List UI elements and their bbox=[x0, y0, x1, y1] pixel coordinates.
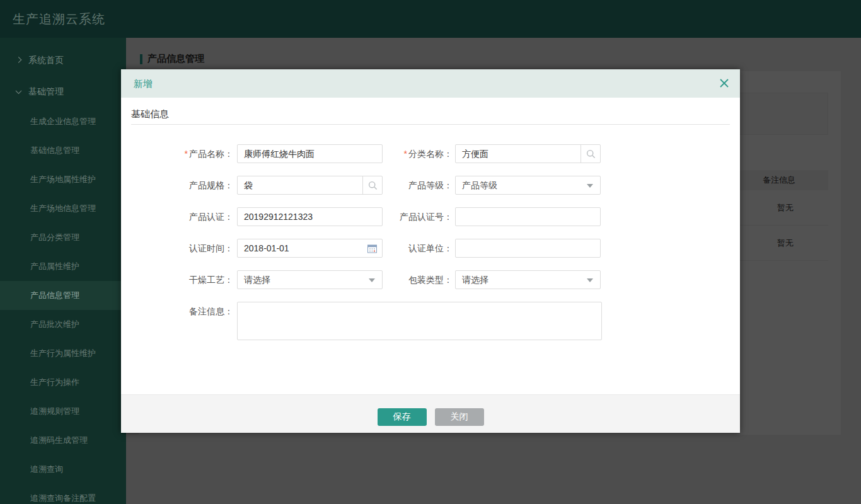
section-title: 基础信息 bbox=[131, 108, 169, 120]
sidebar-subitem[interactable]: 基础信息管理 bbox=[0, 136, 126, 165]
remark-label: 备注信息： bbox=[121, 302, 233, 321]
sidebar-subitem[interactable]: 产品分类管理 bbox=[0, 223, 126, 252]
close-icon[interactable] bbox=[719, 77, 730, 89]
sidebar-subitem[interactable]: 生产场地信息管理 bbox=[0, 194, 126, 223]
chevron-down-icon bbox=[587, 184, 593, 188]
close-button[interactable]: 关闭 bbox=[435, 408, 484, 426]
app-header: 生产追溯云系统 bbox=[0, 0, 861, 38]
sidebar-subitem[interactable]: 生产行为属性维护 bbox=[0, 339, 126, 368]
modal-header: 新增 bbox=[121, 69, 740, 98]
product-grade-label: 产品等级： bbox=[329, 176, 453, 195]
sidebar-subitem[interactable]: 追溯查询备注配置 bbox=[0, 484, 126, 504]
sidebar-item-home[interactable]: 系统首页 bbox=[0, 44, 126, 76]
section-divider bbox=[131, 124, 730, 125]
product-cert-no-input[interactable] bbox=[455, 207, 601, 226]
sidebar-item-label: 系统首页 bbox=[28, 55, 64, 65]
drying-process-label: 干燥工艺： bbox=[121, 270, 233, 289]
package-type-select[interactable]: 请选择 bbox=[455, 270, 601, 289]
sidebar-subitem[interactable]: 产品属性维护 bbox=[0, 252, 126, 281]
add-product-modal: 新增 基础信息 *产品名称： 康师傅红烧牛肉面 *分类名称： 方便面 产品规格：… bbox=[121, 69, 740, 433]
category-search-button[interactable] bbox=[581, 145, 600, 163]
sidebar-item-label: 基础管理 bbox=[28, 86, 64, 96]
product-cert-label: 产品认证： bbox=[121, 207, 233, 226]
sidebar-subitem[interactable]: 产品批次维护 bbox=[0, 310, 126, 339]
product-name-label: *产品名称： bbox=[121, 144, 233, 163]
sidebar-subitem-active[interactable]: 产品信息管理 bbox=[0, 281, 126, 310]
cert-time-label: 认证时间： bbox=[121, 239, 233, 258]
chevron-right-icon bbox=[16, 57, 22, 63]
package-type-label: 包装类型： bbox=[329, 270, 453, 289]
product-spec-label: 产品规格： bbox=[121, 176, 233, 195]
sidebar-subitem[interactable]: 生产场地属性维护 bbox=[0, 165, 126, 194]
sidebar-subitem[interactable]: 追溯规则管理 bbox=[0, 397, 126, 426]
modal-footer: 保存 关闭 bbox=[121, 394, 740, 433]
sidebar-subitem[interactable]: 追溯码生成管理 bbox=[0, 426, 126, 455]
search-icon bbox=[586, 149, 596, 159]
cert-unit-label: 认证单位： bbox=[329, 239, 453, 258]
sidebar-subitem[interactable]: 生成企业信息管理 bbox=[0, 107, 126, 136]
chevron-down-icon bbox=[587, 278, 593, 282]
sidebar-item-base-mgmt[interactable]: 基础管理 bbox=[0, 76, 126, 107]
chevron-down-icon bbox=[16, 88, 22, 94]
sidebar: 系统首页 基础管理 生成企业信息管理 基础信息管理 生产场地属性维护 生产场地信… bbox=[0, 38, 126, 504]
sidebar-subitem[interactable]: 追溯查询 bbox=[0, 455, 126, 484]
save-button[interactable]: 保存 bbox=[378, 408, 427, 426]
category-name-input[interactable]: 方便面 bbox=[455, 144, 601, 163]
cert-unit-input[interactable] bbox=[455, 239, 601, 258]
modal-title: 新增 bbox=[134, 69, 153, 98]
app-title: 生产追溯云系统 bbox=[13, 0, 105, 38]
sidebar-subitem[interactable]: 生产行为操作 bbox=[0, 368, 126, 397]
product-cert-no-label: 产品认证号： bbox=[329, 207, 453, 226]
remark-textarea[interactable] bbox=[237, 302, 602, 340]
product-grade-select[interactable]: 产品等级 bbox=[455, 176, 601, 195]
category-name-label: *分类名称： bbox=[329, 144, 453, 163]
